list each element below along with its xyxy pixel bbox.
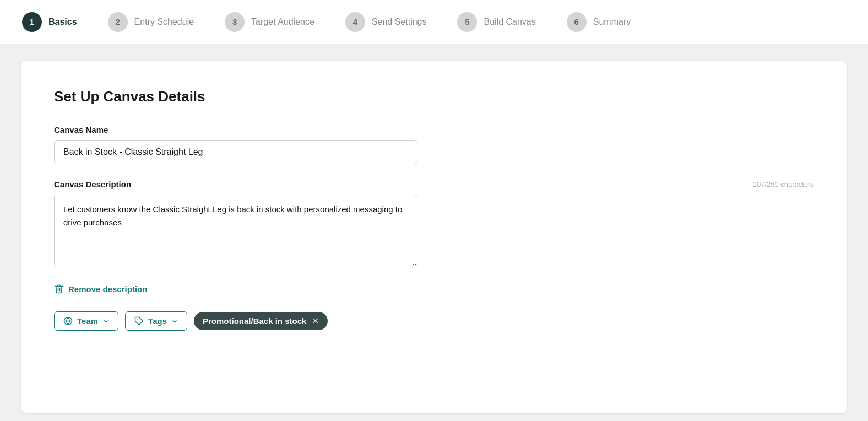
step-build-canvas[interactable]: 5 Build Canvas	[442, 12, 551, 32]
globe-icon	[63, 316, 73, 326]
step-circle-2: 2	[108, 12, 128, 32]
step-entry-schedule[interactable]: 2 Entry Schedule	[93, 12, 210, 32]
step-label-build-canvas: Build Canvas	[484, 17, 535, 27]
canvas-description-textarea[interactable]	[54, 195, 417, 266]
step-circle-1: 1	[22, 12, 42, 32]
canvas-description-label: Canvas Description	[54, 180, 131, 189]
step-navigation: 1 Basics 2 Entry Schedule 3 Target Audie…	[0, 0, 868, 44]
step-label-summary: Summary	[593, 17, 631, 27]
tag-icon	[134, 316, 144, 326]
team-chevron-icon	[102, 318, 109, 325]
step-label-entry-schedule: Entry Schedule	[134, 17, 194, 27]
badge-label: Promotional/Back in stock	[203, 316, 306, 326]
badge-close-button[interactable]: ✕	[312, 317, 319, 326]
tags-dropdown-button[interactable]: Tags	[125, 311, 187, 331]
remove-description-button[interactable]: Remove description	[54, 284, 147, 294]
canvas-description-field-group: Canvas Description 107/250 characters	[54, 180, 814, 268]
team-dropdown-button[interactable]: Team	[54, 311, 118, 331]
step-label-target-audience: Target Audience	[251, 17, 314, 27]
step-label-basics: Basics	[48, 17, 77, 27]
promotional-tag-badge: Promotional/Back in stock ✕	[194, 312, 328, 330]
tags-chevron-icon	[171, 318, 178, 325]
step-circle-6: 6	[567, 12, 587, 32]
canvas-description-label-row: Canvas Description 107/250 characters	[54, 180, 814, 189]
step-circle-4: 4	[345, 12, 365, 32]
canvas-name-input[interactable]	[54, 140, 417, 164]
step-circle-3: 3	[225, 12, 245, 32]
trash-icon	[54, 284, 64, 294]
step-circle-5: 5	[457, 12, 477, 32]
step-target-audience[interactable]: 3 Target Audience	[209, 12, 330, 32]
char-count: 107/250 characters	[753, 180, 814, 188]
step-send-settings[interactable]: 4 Send Settings	[330, 12, 442, 32]
main-content: Set Up Canvas Details Canvas Name Canvas…	[0, 44, 868, 421]
canvas-name-field-group: Canvas Name	[54, 125, 814, 164]
step-label-send-settings: Send Settings	[372, 17, 427, 27]
tags-row: Team Tags Promotional/Back in stock	[54, 311, 814, 331]
canvas-name-label: Canvas Name	[54, 125, 814, 134]
step-basics[interactable]: 1 Basics	[22, 12, 93, 32]
section-title: Set Up Canvas Details	[54, 88, 814, 105]
canvas-details-card: Set Up Canvas Details Canvas Name Canvas…	[21, 61, 847, 413]
step-summary[interactable]: 6 Summary	[551, 12, 646, 32]
